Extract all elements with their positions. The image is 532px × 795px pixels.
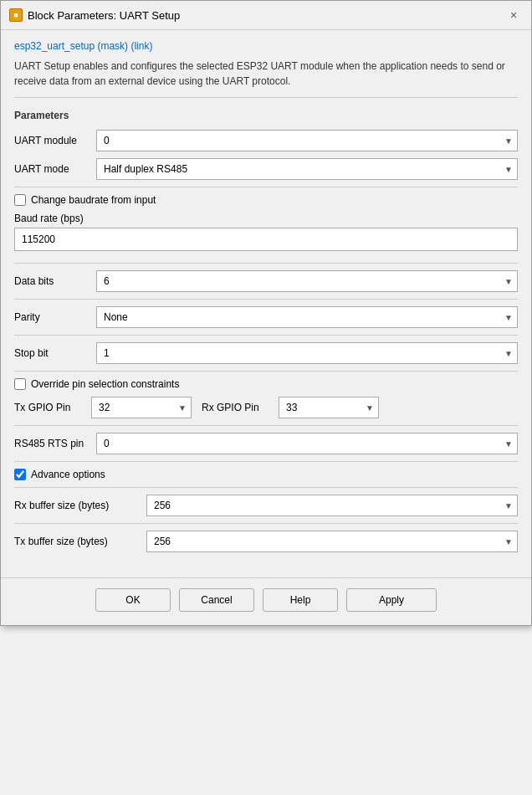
divider-8 [14,487,518,488]
advance-options-label[interactable]: Advance options [31,469,105,480]
title-bar: ■ Block Parameters: UART Setup × [1,1,531,30]
stop-bit-label: Stop bit [14,347,90,359]
tx-buffer-row: Tx buffer size (bytes) 256 512 1024 ▼ [14,531,518,552]
baud-rate-input[interactable] [14,228,518,251]
divider-2 [14,263,518,264]
rx-buffer-label: Rx buffer size (bytes) [14,500,140,511]
parity-row: Parity None Even Odd ▼ [14,306,518,328]
parity-label: Parity [14,311,90,323]
divider-6 [14,425,518,426]
baud-rate-label: Baud rate (bps) [14,213,518,224]
dialog-content: esp32_uart_setup (mask) (link) UART Setu… [1,30,531,569]
close-button[interactable]: × [504,6,523,24]
change-baudrate-checkbox[interactable] [14,194,26,206]
section-label: Parameters [14,110,518,121]
advance-options-checkbox[interactable] [14,469,26,480]
uart-module-label: UART module [14,135,90,146]
ok-button[interactable]: OK [95,588,171,612]
override-pin-row: Override pin selection constraints [14,378,518,390]
dialog-footer: OK Cancel Help Apply [1,577,531,625]
stop-bit-row: Stop bit 1 1.5 2 ▼ [14,342,518,364]
baud-rate-group: Baud rate (bps) [14,213,518,258]
description: UART Setup enables and configures the se… [14,59,518,98]
uart-mode-label: UART mode [14,163,90,175]
dialog-title: Block Parameters: UART Setup [28,9,180,22]
rx-buffer-select[interactable]: 256 512 1024 [146,495,518,516]
rx-gpio-select-wrapper: 32 33 34 35 ▼ [279,397,379,418]
stop-bit-select[interactable]: 1 1.5 2 [96,342,518,364]
rs485-rts-select[interactable]: 0 1 2 3 [96,433,518,454]
tx-buffer-label: Tx buffer size (bytes) [14,536,140,547]
rx-buffer-row: Rx buffer size (bytes) 256 512 1024 ▼ [14,495,518,516]
data-bits-row: Data bits 5 6 7 8 ▼ [14,270,518,292]
rs485-rts-select-wrapper: 0 1 2 3 ▼ [96,433,518,454]
title-bar-left: ■ Block Parameters: UART Setup [9,8,180,22]
override-pin-label[interactable]: Override pin selection constraints [31,378,179,390]
uart-module-select[interactable]: 0 1 2 [96,130,518,151]
divider-4 [14,335,518,336]
uart-mode-row: UART mode Half duplex RS485 Full duplex … [14,158,518,180]
tx-buffer-select[interactable]: 256 512 1024 [146,531,518,552]
override-pin-checkbox[interactable] [14,378,26,390]
divider-7 [14,461,518,462]
data-bits-label: Data bits [14,275,90,287]
subtitle: esp32_uart_setup (mask) (link) [14,40,518,52]
uart-mode-select-wrapper: Half duplex RS485 Full duplex Single wir… [96,158,518,180]
apply-button[interactable]: Apply [346,588,437,612]
uart-module-select-wrapper: 0 1 2 ▼ [96,130,518,151]
data-bits-select-wrapper: 5 6 7 8 ▼ [96,270,518,292]
tx-gpio-select-wrapper: 32 33 34 35 ▼ [91,397,192,418]
advance-options-row: Advance options [14,469,518,480]
tx-gpio-label: Tx GPIO Pin [14,402,81,413]
rx-gpio-select[interactable]: 32 33 34 35 [279,397,379,418]
uart-module-row: UART module 0 1 2 ▼ [14,130,518,151]
rx-gpio-label: Rx GPIO Pin [202,402,269,413]
rx-buffer-select-wrapper: 256 512 1024 ▼ [146,495,518,516]
rs485-rts-row: RS485 RTS pin 0 1 2 3 ▼ [14,433,518,454]
stop-bit-select-wrapper: 1 1.5 2 ▼ [96,342,518,364]
divider-9 [14,523,518,524]
gpio-pin-row: Tx GPIO Pin 32 33 34 35 ▼ Rx GPIO Pin 32… [14,397,518,418]
divider-5 [14,371,518,372]
uart-mode-select[interactable]: Half duplex RS485 Full duplex Single wir… [96,158,518,180]
change-baudrate-label[interactable]: Change baudrate from input [31,194,156,206]
app-icon: ■ [9,8,23,22]
parity-select[interactable]: None Even Odd [96,306,518,328]
rs485-rts-label: RS485 RTS pin [14,438,90,449]
tx-gpio-select[interactable]: 32 33 34 35 [91,397,192,418]
help-button[interactable]: Help [263,588,338,612]
dialog-window: ■ Block Parameters: UART Setup × esp32_u… [0,0,532,626]
divider-3 [14,299,518,300]
data-bits-select[interactable]: 5 6 7 8 [96,270,518,292]
cancel-button[interactable]: Cancel [179,588,254,612]
change-baudrate-row: Change baudrate from input [14,194,518,206]
divider-1 [14,187,518,187]
parity-select-wrapper: None Even Odd ▼ [96,306,518,328]
tx-buffer-select-wrapper: 256 512 1024 ▼ [146,531,518,552]
